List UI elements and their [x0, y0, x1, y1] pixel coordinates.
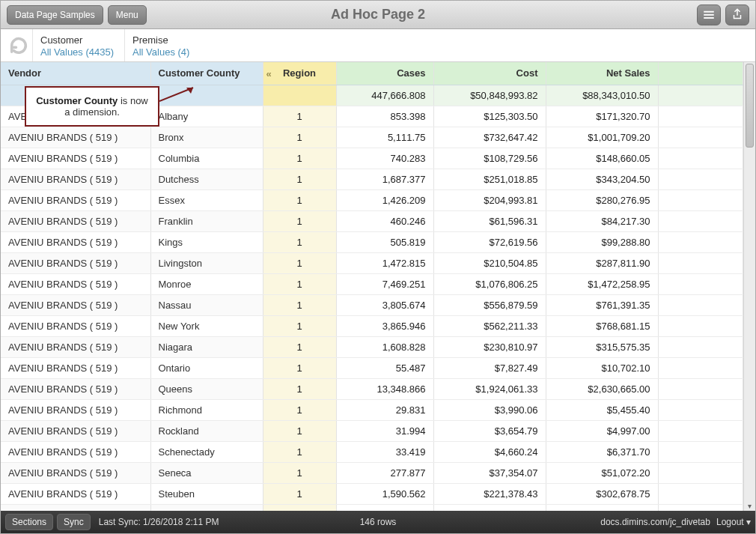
cell-cases: 740.283 [336, 148, 433, 169]
cell-cases: 31.994 [336, 420, 433, 441]
table-row[interactable]: AVENIU BRANDS ( 519 )Suffolk1588.318$82,… [1, 504, 743, 511]
table-row[interactable]: AVENIU BRANDS ( 519 )Schenectady133.419$… [1, 441, 743, 462]
cell-sales: $343,204.50 [546, 169, 658, 189]
cell-county: Queens [150, 378, 263, 399]
vertical-scrollbar[interactable]: ▾ [743, 62, 755, 511]
table-row[interactable]: AVENIU BRANDS ( 519 )Bronx15,111.75$732,… [1, 127, 743, 148]
table-row[interactable]: AVENIU BRANDS ( 519 )Columbia1740.283$10… [1, 148, 743, 169]
cell-region: 1 [263, 252, 336, 273]
cell-cost: $732,647.42 [433, 127, 546, 148]
menu-button[interactable]: Menu [108, 5, 147, 25]
table-row[interactable]: AVENIU BRANDS ( 519 )Seneca1277.877$37,3… [1, 462, 743, 483]
hamburger-button[interactable] [697, 4, 721, 25]
table-row[interactable]: AVENIU BRANDS ( 519 )Queens113,348.866$1… [1, 378, 743, 399]
cell-vendor: AVENIU BRANDS ( 519 ) [1, 273, 150, 294]
cell-sales: $287,811.90 [546, 252, 658, 273]
logout-button[interactable]: Logout ▾ [716, 517, 751, 527]
cell-vendor: AVENIU BRANDS ( 519 ) [1, 441, 150, 462]
cell-cost: $251,018.85 [433, 169, 546, 189]
cell-region: 1 [263, 378, 336, 399]
scrollbar-thumb[interactable] [746, 64, 754, 148]
cell-region: 1 [263, 106, 336, 127]
collapse-chevron-icon[interactable]: « [266, 67, 272, 79]
table-row[interactable]: AVENIU BRANDS ( 519 )Niagara11,608.828$2… [1, 336, 743, 357]
table-row[interactable]: AVENIU BRANDS ( 519 )New York13,865.946$… [1, 315, 743, 336]
back-button-label: Data Page Samples [15, 10, 95, 20]
cell-cost: $72,619.56 [433, 231, 546, 252]
table-row[interactable]: AVENIU BRANDS ( 519 )Ontario155.487$7,82… [1, 357, 743, 378]
header-cost[interactable]: Cost [433, 62, 546, 85]
table-row[interactable]: AVENIU BRANDS ( 519 )Monroe17,469.251$1,… [1, 273, 743, 294]
share-button[interactable] [725, 4, 749, 25]
cell-pad [658, 462, 743, 483]
cell-cases: 33.419 [336, 441, 433, 462]
annotation-callout: Customer County is now a dimension. [25, 86, 159, 127]
table-row[interactable]: AVENIU BRANDS ( 519 )Livingston11,472.81… [1, 252, 743, 273]
header-sales[interactable]: Net Sales [546, 62, 658, 85]
cell-vendor: AVENIU BRANDS ( 519 ) [1, 504, 150, 511]
sync-button[interactable]: Sync [57, 514, 91, 530]
cell-sales: $51,072.20 [546, 462, 658, 483]
cell-cost: $4,660.24 [433, 441, 546, 462]
cell-cases: 1,426.209 [336, 189, 433, 210]
filter-label: Customer [40, 34, 114, 46]
last-sync-text: Last Sync: 1/26/2018 2:11 PM [99, 517, 219, 527]
cell-region: 1 [263, 462, 336, 483]
cell-region: 1 [263, 189, 336, 210]
cell-region: 1 [263, 231, 336, 252]
cell-pad [658, 231, 743, 252]
callout-bold: Customer County [36, 95, 118, 106]
cell-cases: 853.398 [336, 106, 433, 127]
cell-sales: $99,288.80 [546, 231, 658, 252]
filter-bar: CustomerAll Values (4435)PremiseAll Valu… [1, 29, 755, 62]
cell-sales: $84,217.30 [546, 210, 658, 231]
header-vendor[interactable]: Vendor [1, 62, 150, 85]
filter-customer[interactable]: CustomerAll Values (4435) [32, 29, 124, 61]
cell-region: 1 [263, 148, 336, 169]
header-region[interactable]: « Region [263, 62, 336, 85]
scroll-down-arrow-icon[interactable]: ▾ [744, 500, 755, 511]
table-row[interactable]: AVENIU BRANDS ( 519 )Rockland131.994$3,6… [1, 420, 743, 441]
cell-county: Franklin [150, 210, 263, 231]
table-row[interactable]: AVENIU BRANDS ( 519 )Nassau13,805.674$55… [1, 294, 743, 315]
cell-pad [658, 252, 743, 273]
sections-button[interactable]: Sections [5, 514, 53, 530]
cell-cases: 3,805.674 [336, 294, 433, 315]
cell-cases: 29.831 [336, 399, 433, 420]
cell-region: 1 [263, 169, 336, 189]
cell-vendor: AVENIU BRANDS ( 519 ) [1, 127, 150, 148]
table-row[interactable]: AVENIU BRANDS ( 519 )Dutchess11,687.377$… [1, 169, 743, 189]
cell-cases: 1,687.377 [336, 169, 433, 189]
header-cases[interactable]: Cases [336, 62, 433, 85]
table-row[interactable]: AVENIU BRANDS ( 519 )Richmond129.831$3,9… [1, 399, 743, 420]
cell-region: 1 [263, 441, 336, 462]
top-toolbar: Data Page Samples Menu Ad Hoc Page 2 [1, 1, 755, 29]
cell-cost: $210,504.85 [433, 252, 546, 273]
back-button[interactable]: Data Page Samples [7, 5, 103, 25]
table-row[interactable]: AVENIU BRANDS ( 519 )Kings1505.819$72,61… [1, 231, 743, 252]
cell-pad [658, 399, 743, 420]
filter-premise[interactable]: PremiseAll Values (4) [124, 29, 200, 61]
header-county[interactable]: Customer County [150, 62, 263, 85]
cell-region: 1 [263, 504, 336, 511]
cell-county: Steuben [150, 483, 263, 504]
logout-label: Logout [716, 517, 744, 527]
cell-sales: $4,997.00 [546, 420, 658, 441]
grid-container: Vendor Customer County « Region Cases Co… [1, 62, 755, 511]
cell-county: Albany [150, 106, 263, 127]
table-row[interactable]: AVENIU BRANDS ( 519 )Franklin1460.246$61… [1, 210, 743, 231]
table-row[interactable]: AVENIU BRANDS ( 519 )Steuben11,590.562$2… [1, 483, 743, 504]
filter-value: All Values (4) [132, 46, 189, 58]
svg-rect-2 [704, 17, 714, 19]
refresh-button[interactable] [5, 29, 32, 61]
cell-cases: 1,590.562 [336, 483, 433, 504]
cell-cost: $556,879.59 [433, 294, 546, 315]
table-row[interactable]: AVENIU BRANDS ( 519 )Essex11,426.209$204… [1, 189, 743, 210]
cell-county: Dutchess [150, 169, 263, 189]
cell-cost: $221,378.43 [433, 483, 546, 504]
data-table: Vendor Customer County « Region Cases Co… [1, 62, 743, 511]
cell-cost: $37,354.07 [433, 462, 546, 483]
refresh-icon [8, 35, 29, 56]
cell-sales: $1,001,709.20 [546, 127, 658, 148]
cell-cases: 13,348.866 [336, 378, 433, 399]
